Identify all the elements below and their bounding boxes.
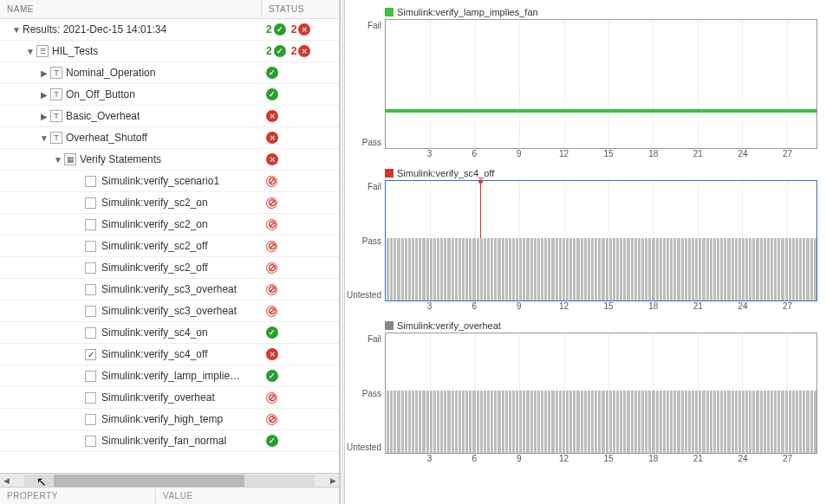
checkbox[interactable] [85, 241, 96, 252]
x-axis: 369121518212427 [385, 454, 817, 466]
pass-count: 2 [266, 23, 272, 36]
plot-area[interactable] [385, 19, 817, 149]
scroll-left-arrow-icon[interactable]: ◀ [0, 476, 12, 485]
row-label: On_Off_Button [66, 88, 135, 100]
scroll-right-arrow-icon[interactable]: ▶ [327, 476, 339, 485]
tree-row[interactable]: Overheat_Shutoff [0, 127, 339, 149]
legend-swatch-icon [385, 169, 393, 178]
checkbox[interactable] [85, 197, 96, 209]
chart[interactable]: Simulink:verify_sc4_offFailPassUntested3… [347, 166, 817, 313]
tree-row[interactable]: Verify Statements [0, 149, 339, 171]
plot-area[interactable] [385, 333, 817, 454]
tree-row[interactable]: Simulink:verify_sc4_off [0, 344, 339, 365]
warn-badge-icon [266, 262, 277, 274]
name-column-header[interactable]: NAME [0, 0, 261, 18]
tree-row[interactable]: HIL_Tests22 [0, 41, 339, 62]
tree-row[interactable]: Simulink:verify_scenario1 [0, 171, 339, 192]
tree-row[interactable]: Simulink:verify_sc4_on [0, 322, 339, 344]
y-tick: Fail [367, 334, 381, 344]
row-label: Simulink:verify_fan_normal [101, 435, 226, 447]
chart[interactable]: Simulink:verify_overheatFailPassUntested… [347, 319, 817, 466]
checkbox[interactable] [85, 176, 96, 187]
checkbox[interactable] [85, 436, 96, 447]
expand-arrow-icon[interactable] [54, 155, 62, 165]
tree-row[interactable]: Nominal_Operation [0, 62, 339, 84]
checkbox[interactable] [85, 262, 96, 274]
tree-row[interactable]: Basic_Overheat [0, 106, 339, 127]
status-cell [261, 219, 339, 230]
pass-badge-icon [266, 88, 278, 100]
tree-row[interactable]: Simulink:verify_sc3_overheat [0, 300, 339, 322]
warn-badge-icon [266, 197, 277, 209]
x-tick: 21 [693, 301, 703, 311]
checkbox[interactable] [85, 392, 96, 404]
tree-row[interactable]: Simulink:verify_overheat [0, 387, 339, 409]
tree-row[interactable]: Results: 2021-Dec-15 14:01:3422 [0, 19, 339, 41]
data-bars [386, 391, 816, 453]
status-cell [261, 67, 339, 79]
row-label: Basic_Overheat [66, 110, 140, 122]
warn-badge-icon [266, 414, 277, 425]
expand-arrow-icon[interactable] [40, 68, 49, 78]
checkbox[interactable] [85, 371, 96, 382]
t-icon [50, 88, 62, 100]
status-cell [261, 414, 339, 425]
expand-arrow-icon[interactable] [40, 90, 49, 100]
tree-row[interactable]: Simulink:verify_sc3_overheat [0, 279, 339, 300]
checkbox[interactable] [85, 219, 96, 230]
data-line [386, 110, 816, 112]
status-cell: 22 [261, 23, 339, 36]
tree-scroll[interactable]: Results: 2021-Dec-15 14:01:3422HIL_Tests… [0, 19, 339, 473]
status-cell [261, 392, 339, 404]
tree-row[interactable]: Simulink:verify_lamp_implie… [0, 365, 339, 387]
fail-badge-icon [266, 110, 278, 122]
warn-badge-icon [266, 176, 277, 187]
chart[interactable]: Simulink:verify_lamp_implies_fanFailPass… [347, 5, 817, 161]
row-label: Simulink:verify_sc4_on [101, 326, 208, 339]
y-tick: Fail [367, 182, 381, 191]
status-cell [261, 176, 339, 187]
checkbox[interactable] [85, 349, 96, 360]
legend-label: Simulink:verify_overheat [397, 320, 501, 331]
x-tick: 18 [648, 301, 658, 311]
expand-arrow-icon[interactable] [40, 133, 49, 143]
plot-area[interactable] [385, 180, 817, 301]
t-icon [50, 132, 62, 144]
checkbox[interactable] [85, 284, 96, 295]
x-tick: 15 [604, 301, 614, 311]
checkbox[interactable] [85, 327, 96, 339]
tree-row[interactable]: Simulink:verify_sc2_on [0, 192, 339, 214]
pass-badge-icon [266, 67, 278, 79]
pass-badge-icon [274, 45, 286, 57]
row-label: HIL_Tests [52, 45, 98, 57]
tree-row[interactable]: On_Off_Button [0, 84, 339, 106]
warn-badge-icon [266, 306, 277, 317]
property-column-header[interactable]: PROPERTY [0, 488, 156, 504]
row-label: Simulink:verify_sc4_off [101, 348, 208, 360]
status-cell [261, 241, 339, 252]
data-bars [386, 238, 816, 300]
tree-row[interactable]: Simulink:verify_high_temp [0, 409, 339, 430]
status-cell [261, 435, 339, 447]
charts-panel: Simulink:verify_lamp_implies_fanFailPass… [345, 0, 826, 504]
scroll-track[interactable] [24, 475, 315, 487]
tree-row[interactable]: Simulink:verify_sc2_off [0, 236, 339, 257]
y-tick: Pass [362, 389, 381, 398]
chart-legend: Simulink:verify_sc4_off [347, 166, 817, 180]
scroll-thumb[interactable] [54, 475, 244, 487]
checkbox[interactable] [85, 306, 96, 317]
expand-arrow-icon[interactable] [26, 47, 35, 56]
value-column-header[interactable]: VALUE [156, 488, 200, 504]
tree-row[interactable]: Simulink:verify_sc2_off [0, 257, 339, 279]
tree-row[interactable]: Simulink:verify_sc2_on [0, 214, 339, 236]
expand-arrow-icon[interactable] [40, 112, 49, 121]
horizontal-scrollbar[interactable]: ◀ ▶ ↖ [0, 473, 339, 487]
warn-badge-icon [266, 241, 277, 252]
tree-row[interactable]: Simulink:verify_fan_normal [0, 430, 339, 452]
checkbox[interactable] [85, 414, 96, 425]
status-column-header[interactable]: STATUS [261, 0, 339, 18]
x-tick: 21 [693, 149, 703, 158]
pass-badge-icon [266, 370, 278, 382]
row-label: Simulink:verify_sc2_on [101, 218, 208, 230]
expand-arrow-icon[interactable] [12, 25, 21, 35]
